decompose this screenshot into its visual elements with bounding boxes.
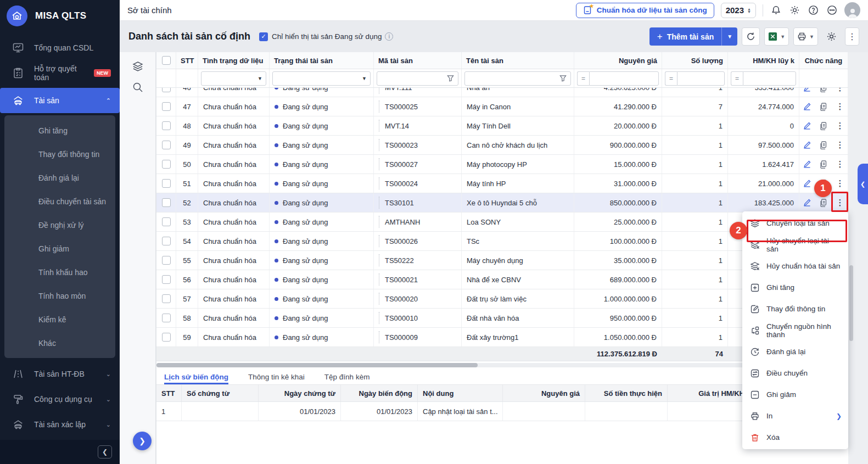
filter-equals-operator[interactable]: =	[577, 71, 589, 86]
funnel-icon[interactable]	[446, 74, 455, 82]
table-row[interactable]: 48 Chưa chuẩn hóa Đang sử dụng MVT.14 Má…	[156, 116, 848, 136]
table-row[interactable]: 49 Chưa chuẩn hóa Đang sử dụng TS000023 …	[156, 136, 848, 155]
filter-text-input[interactable]	[377, 71, 458, 86]
edit-row-icon[interactable]	[803, 141, 812, 150]
row-more-actions-icon[interactable]: ⋮	[836, 121, 845, 131]
sidebar-item-tài-sản[interactable]: Tài sản⌃	[0, 88, 120, 113]
sidebar-item-tổng-quan-csdl[interactable]: Tổng quan CSDL	[0, 35, 120, 60]
menu-item-hủy-chuẩn-hóa-tài-sản[interactable]: Hủy chuẩn hóa tài sản	[742, 255, 848, 277]
row-more-actions-icon[interactable]: ⋮	[836, 179, 845, 188]
row-checkbox[interactable]	[162, 160, 171, 169]
submenu-item-khác[interactable]: Khác	[4, 331, 115, 355]
menu-item-chuyển-nguồn-hình-thành[interactable]: Chuyển nguồn hình thành	[742, 320, 848, 341]
tab-lịch-sử-biến-động[interactable]: Lịch sử biến động	[164, 373, 228, 384]
column-header-3[interactable]: Mã tài sản	[374, 52, 462, 69]
print-button[interactable]: ▼	[793, 27, 818, 46]
menu-item-in[interactable]: In❯	[742, 405, 848, 427]
edit-row-icon[interactable]	[803, 121, 812, 131]
row-checkbox[interactable]	[162, 314, 171, 322]
add-asset-dropdown[interactable]: ▼	[722, 33, 737, 40]
select-all-checkbox[interactable]	[162, 56, 171, 65]
more-options-icon[interactable]	[826, 4, 838, 16]
menu-item-đánh-giá-lại[interactable]: Đánh giá lại	[742, 341, 848, 362]
submenu-item-điều-chuyển-tài-sản[interactable]: Điều chuyển tài sản	[4, 189, 115, 213]
excel-dropdown-caret[interactable]: ▼	[780, 34, 785, 40]
funnel-icon[interactable]	[559, 74, 567, 82]
menu-item-ghi-tăng[interactable]: Ghi tăng	[742, 277, 848, 298]
filter-text-input[interactable]	[464, 71, 571, 86]
edit-row-icon[interactable]	[803, 198, 812, 208]
submenu-item-tính-khấu-hao[interactable]: Tính khấu hao	[4, 260, 115, 284]
year-spinner-icon[interactable]: ▲▼	[747, 8, 751, 13]
column-header-8[interactable]: Chức năng	[799, 52, 848, 69]
filter-number-input[interactable]	[677, 71, 725, 86]
column-header-0[interactable]: STT	[176, 52, 198, 69]
row-checkbox[interactable]	[162, 217, 171, 226]
filter-select[interactable]: ▼	[272, 71, 371, 86]
column-header-7[interactable]: HM/KH lũy k	[728, 52, 799, 69]
duplicate-row-icon[interactable]	[819, 160, 828, 169]
table-row[interactable]: 47 Chưa chuẩn hóa Đang sử dụng TS000025 …	[156, 97, 848, 116]
sidebar-item-hỗ-trợ-quyết-toán[interactable]: Hỗ trợ quyết toánNEW	[0, 60, 120, 86]
row-checkbox[interactable]	[162, 275, 171, 284]
row-checkbox[interactable]	[162, 179, 171, 188]
sidebar-collapse-button[interactable]: ❮	[98, 445, 112, 459]
export-excel-button[interactable]: ▼	[764, 27, 789, 46]
tab-tệp-đính-kèm[interactable]: Tệp đính kèm	[324, 373, 370, 384]
settings-gear-icon[interactable]	[788, 4, 800, 16]
menu-item-xóa[interactable]: Xóa	[742, 427, 848, 448]
table-row[interactable]: 52 Chưa chuẩn hóa Đang sử dụng TS30101 X…	[156, 193, 848, 213]
row-checkbox[interactable]	[162, 256, 171, 265]
column-header-2[interactable]: Trạng thái tài sản	[270, 52, 374, 69]
duplicate-row-icon[interactable]	[819, 102, 828, 111]
help-icon[interactable]	[807, 4, 819, 16]
duplicate-row-icon[interactable]	[819, 121, 828, 131]
duplicate-row-icon[interactable]	[819, 198, 828, 208]
sidebar-item-tài-sản-xác-lập[interactable]: Tài sản xác lập⌄	[0, 412, 120, 437]
row-more-actions-icon[interactable]: ⋮	[836, 160, 845, 169]
row-checkbox[interactable]	[162, 121, 171, 130]
table-row[interactable]: 51 Chưa chuẩn hóa Đang sử dụng TS000024 …	[156, 174, 848, 193]
row-checkbox[interactable]	[162, 333, 171, 342]
info-icon[interactable]: i	[385, 32, 393, 41]
notifications-bell-icon[interactable]	[770, 4, 782, 16]
row-checkbox[interactable]	[162, 198, 171, 207]
show-in-use-checkbox[interactable]: ✓	[259, 32, 268, 41]
submenu-item-kiểm-kê[interactable]: Kiểm kê	[4, 308, 115, 331]
select-all-checkbox-cell[interactable]	[156, 52, 176, 69]
row-checkbox[interactable]	[162, 102, 171, 111]
filter-equals-operator[interactable]: =	[665, 71, 677, 86]
print-dropdown-caret[interactable]: ▼	[809, 34, 814, 40]
filter-equals-operator[interactable]: =	[731, 71, 743, 86]
sidebar-item-tài-sản-ht-đb[interactable]: Tài sản HT-ĐB⌄	[0, 361, 120, 387]
filter-number-input[interactable]	[589, 71, 659, 86]
column-header-5[interactable]: Nguyên giá	[574, 52, 662, 69]
column-header-4[interactable]: Tên tài sản	[462, 52, 574, 69]
vertical-scrollbar[interactable]	[849, 265, 853, 341]
user-avatar[interactable]	[844, 2, 860, 18]
more-actions-button[interactable]: ⋮	[845, 27, 859, 46]
edit-row-icon[interactable]	[803, 179, 812, 188]
menu-item-thay-đổi-thông-tin[interactable]: Thay đổi thông tin	[742, 298, 848, 320]
search-icon[interactable]	[131, 81, 144, 94]
refresh-button[interactable]	[742, 27, 760, 46]
app-logo[interactable]: MISA QLTS	[0, 0, 120, 35]
submenu-item-thay-đổi-thông-tin[interactable]: Thay đổi thông tin	[4, 142, 115, 166]
row-checkbox[interactable]	[162, 88, 171, 92]
filter-select[interactable]: ▼	[201, 71, 266, 86]
tab-thông-tin-kê-khai[interactable]: Thông tin kê khai	[248, 373, 305, 384]
row-more-actions-icon[interactable]: ⋮	[836, 88, 845, 92]
row-more-actions-icon[interactable]: ⋮	[836, 141, 845, 150]
grid-settings-button[interactable]	[822, 27, 841, 46]
edit-row-icon[interactable]	[803, 102, 812, 111]
expand-panel-button[interactable]: ❯	[133, 432, 152, 450]
submenu-item-tính-hao-mòn[interactable]: Tính hao mòn	[4, 284, 115, 308]
side-panel-toggle[interactable]: ❮	[858, 164, 868, 204]
duplicate-row-icon[interactable]	[819, 141, 828, 150]
menu-item-ghi-giảm[interactable]: Ghi giảm	[742, 384, 848, 405]
duplicate-row-icon[interactable]	[819, 88, 828, 92]
add-asset-button[interactable]: + Thêm tài sản ▼	[649, 27, 737, 46]
column-header-1[interactable]: Tình trạng dữ liệu	[198, 52, 270, 69]
row-checkbox[interactable]	[162, 294, 171, 303]
edit-row-icon[interactable]	[803, 88, 812, 92]
